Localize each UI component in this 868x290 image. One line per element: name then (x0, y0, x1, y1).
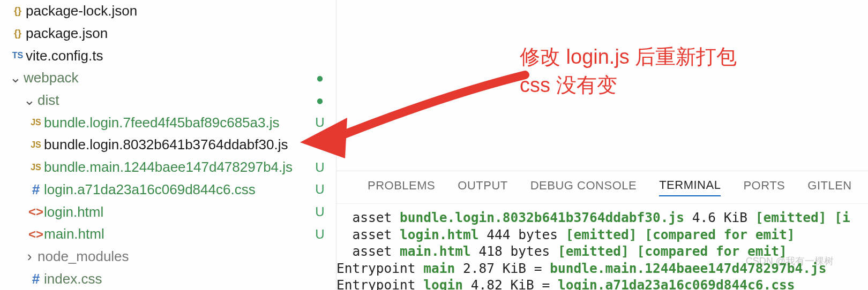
file-tree-item[interactable]: JSbundle.main.1244baee147d478297b4.jsU (0, 156, 336, 179)
file-name-label: bundle.login.7feed4f45baf89c685a3.js (44, 115, 336, 131)
file-type-icon: JS (28, 140, 44, 150)
git-status-badge: U (313, 227, 326, 242)
file-type-icon: TS (10, 51, 26, 60)
asset-file: login.a71da23a16c069d844c6.css (558, 277, 795, 290)
file-explorer: {}package-lock.json{}package.jsonTSvite.… (0, 0, 336, 290)
file-tree-item[interactable]: {}package.json (0, 22, 336, 45)
file-name-label: package-lock.json (26, 3, 336, 19)
file-name-label: dist (38, 92, 336, 109)
chevron-down-icon[interactable]: ⌄ (8, 70, 24, 86)
annotation-text: 修改 login.js 后重新打包 css 没有变 (520, 43, 737, 100)
asset-file: main.html (400, 243, 471, 259)
file-name-label: package.json (26, 25, 336, 42)
annotation-arrow (300, 64, 536, 171)
annotation-line-2: css 没有变 (520, 71, 737, 100)
file-type-icon: JS (28, 118, 44, 127)
panel-tab-problems[interactable]: PROBLEMS (368, 179, 435, 196)
file-name-label: main.html (44, 226, 336, 242)
terminal-line: asset bundle.login.8032b641b3764ddabf30.… (336, 209, 868, 226)
chevron-down-icon[interactable]: ⌄ (21, 92, 38, 109)
watermark: CSDN @我有一棵树 (746, 255, 834, 268)
file-type-icon: {} (10, 5, 26, 17)
file-name-label: index.css (44, 271, 336, 287)
chevron-right-icon[interactable]: › (21, 248, 38, 265)
file-type-icon: {} (10, 28, 26, 39)
panel-tab-output[interactable]: OUTPUT (458, 179, 507, 196)
file-name-label: vite.config.ts (26, 48, 336, 64)
svg-marker-0 (300, 118, 347, 158)
panel-tab-ports[interactable]: PORTS (743, 179, 785, 196)
file-tree-item[interactable]: ›node_modules (0, 246, 336, 268)
asset-file: bundle.login.8032b641b3764ddabf30.js (400, 210, 684, 225)
panel-tab-debug-console[interactable]: DEBUG CONSOLE (530, 179, 637, 196)
file-tree-item[interactable]: ⌄webpack● (0, 67, 336, 89)
file-tree-item[interactable]: ⌄dist● (0, 89, 336, 112)
file-name-label: node_modules (38, 248, 336, 265)
asset-tags: [emitted] [i (755, 210, 850, 225)
file-type-icon: # (28, 271, 44, 287)
terminal-line: Entrypoint login 4.82 KiB = login.a71da2… (336, 277, 868, 290)
file-type-icon: JS (28, 163, 44, 172)
entrypoint-name: login (423, 277, 463, 290)
file-tree-item[interactable]: #login.a71da23a16c069d844c6.cssU (0, 179, 336, 201)
file-tree-item[interactable]: JSbundle.login.8032b641b3764ddabf30.js (0, 134, 336, 156)
entrypoint-name: main (423, 261, 455, 276)
git-status-badge: U (313, 204, 326, 219)
file-name-label: bundle.main.1244baee147d478297b4.js (44, 159, 336, 175)
file-type-icon: <> (28, 204, 44, 219)
annotation-line-1: 修改 login.js 后重新打包 (520, 43, 737, 71)
asset-tags: [emitted] [compared for emit] (566, 227, 795, 242)
file-name-label: login.a71da23a16c069d844c6.css (44, 181, 336, 198)
panel-tabs: PROBLEMSOUTPUTDEBUG CONSOLETERMINALPORTS… (336, 171, 868, 204)
file-name-label: login.html (44, 204, 336, 220)
panel-tab-terminal[interactable]: TERMINAL (659, 178, 721, 196)
file-name-label: bundle.login.8032b641b3764ddabf30.js (44, 136, 336, 153)
file-type-icon: <> (28, 227, 44, 242)
file-tree-item[interactable]: {}package-lock.json (0, 0, 336, 22)
asset-file: login.html (400, 227, 479, 242)
file-tree-item[interactable]: <>login.htmlU (0, 201, 336, 223)
file-tree-item[interactable]: TSvite.config.ts (0, 44, 336, 67)
file-tree-item[interactable]: <>main.htmlU (0, 223, 336, 246)
file-name-label: webpack (24, 70, 336, 86)
terminal-line: asset login.html 444 bytes [emitted] [co… (336, 226, 868, 243)
file-tree-item[interactable]: JSbundle.login.7feed4f45baf89c685a3.jsU (0, 111, 336, 134)
file-type-icon: # (28, 181, 44, 198)
git-status-badge: U (313, 182, 326, 197)
terminal-output[interactable]: asset bundle.login.8032b641b3764ddabf30.… (336, 204, 868, 290)
file-tree-item[interactable]: #index.css (0, 268, 336, 290)
panel-tab-gitlen[interactable]: GITLEN (807, 179, 851, 196)
